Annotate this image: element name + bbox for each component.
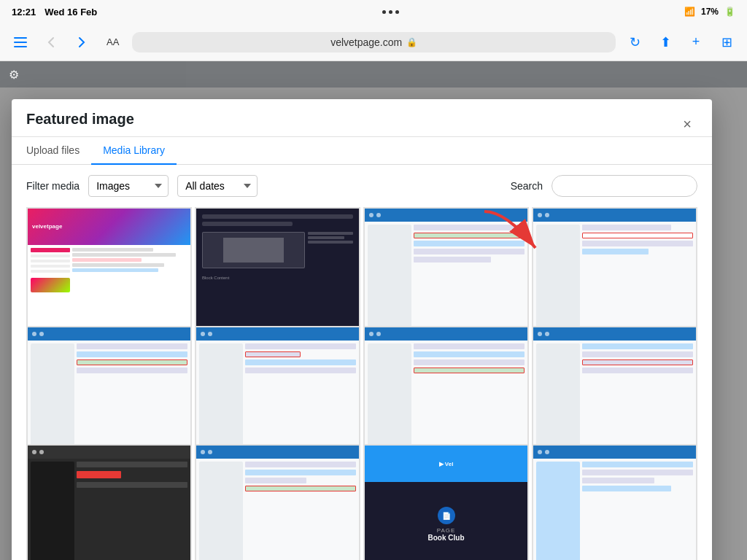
modal-tabs: Upload files Media Library bbox=[12, 137, 712, 165]
modal-header: Featured image × bbox=[12, 99, 712, 137]
modal-overlay: Featured image × Upload files Media Libr… bbox=[0, 88, 747, 560]
filter-type-select[interactable]: Images Audio Video bbox=[88, 175, 169, 197]
media-item[interactable]: ▶ Vel 📄 PAGE Book Club bbox=[363, 444, 529, 560]
forward-button[interactable] bbox=[70, 31, 93, 54]
media-item[interactable] bbox=[532, 326, 697, 450]
media-grid: velvetpage bbox=[12, 207, 712, 560]
wp-logo: ⚙ bbox=[9, 68, 19, 82]
media-item[interactable] bbox=[195, 326, 360, 450]
svg-rect-2 bbox=[14, 46, 27, 47]
reader-mode-button[interactable]: AA bbox=[101, 34, 125, 50]
lock-icon: 🔒 bbox=[406, 37, 417, 47]
wifi-icon: 📶 bbox=[684, 7, 695, 17]
share-button[interactable]: ⬆ bbox=[654, 31, 677, 54]
media-item[interactable] bbox=[532, 444, 697, 560]
battery-icon: 🔋 bbox=[724, 7, 735, 17]
dot-1 bbox=[382, 10, 386, 14]
tab-media-library[interactable]: Media Library bbox=[91, 137, 177, 165]
search-label: Search bbox=[511, 180, 543, 192]
dot-2 bbox=[389, 10, 392, 14]
media-item[interactable] bbox=[532, 207, 697, 331]
svg-rect-0 bbox=[14, 37, 27, 39]
media-item[interactable] bbox=[26, 326, 192, 450]
tab-upload-files[interactable]: Upload files bbox=[26, 137, 91, 165]
tabs-button[interactable]: ⊞ bbox=[715, 31, 738, 54]
filters-row: Filter media Images Audio Video All date… bbox=[12, 165, 712, 207]
close-button[interactable]: × bbox=[677, 114, 697, 134]
media-item[interactable]: Block Content bbox=[195, 207, 360, 331]
modal-title: Featured image bbox=[26, 111, 134, 136]
reload-button[interactable]: ↻ bbox=[623, 31, 646, 54]
search-input[interactable] bbox=[551, 175, 697, 197]
url-text: velvetpage.com bbox=[330, 36, 402, 48]
media-item[interactable] bbox=[195, 444, 360, 560]
time-label: 12:21 bbox=[12, 7, 36, 18]
svg-rect-1 bbox=[14, 42, 27, 43]
date-label: Wed 16 Feb bbox=[44, 7, 97, 18]
modal-body: Filter media Images Audio Video All date… bbox=[12, 165, 712, 560]
media-item[interactable] bbox=[363, 326, 529, 450]
dot-3 bbox=[395, 10, 399, 14]
media-item[interactable] bbox=[363, 207, 529, 331]
featured-image-modal: Featured image × Upload files Media Libr… bbox=[12, 99, 712, 560]
wp-toolbar: ⚙ bbox=[0, 61, 747, 88]
browser-chrome: AA velvetpage.com 🔒 ↻ ⬆ + ⊞ bbox=[0, 23, 747, 61]
battery-label: 17% bbox=[701, 7, 719, 17]
url-bar[interactable]: velvetpage.com 🔒 bbox=[132, 32, 616, 52]
sidebar-toggle-button[interactable] bbox=[9, 31, 32, 54]
filter-date-select[interactable]: All dates bbox=[177, 175, 258, 197]
page-background: Featured image × Upload files Media Libr… bbox=[0, 88, 747, 560]
media-item[interactable] bbox=[26, 444, 192, 560]
new-tab-button[interactable]: + bbox=[684, 31, 708, 54]
status-bar: 12:21 Wed 16 Feb 📶 17% 🔋 bbox=[0, 0, 747, 23]
filter-media-label: Filter media bbox=[26, 180, 80, 192]
back-button[interactable] bbox=[39, 31, 63, 54]
media-item[interactable]: velvetpage bbox=[26, 207, 192, 331]
